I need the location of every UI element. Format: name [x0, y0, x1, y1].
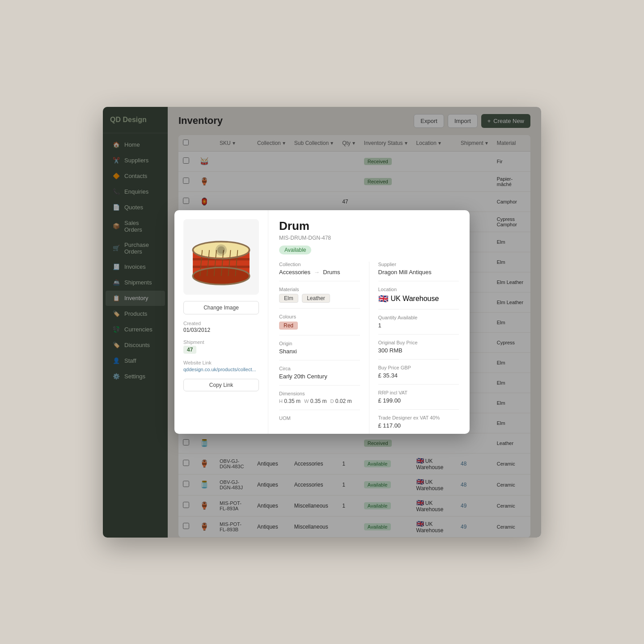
- website-link[interactable]: qddesign.co.uk/products/collect...: [183, 367, 256, 372]
- supplier-value: Dragon Mill Antiques: [378, 269, 459, 275]
- modal-left-panel: Change Image Created 01/03/2012 Shipment…: [174, 210, 268, 434]
- modal-item-title: Drum: [279, 219, 459, 233]
- qty-label: Quantity Available: [378, 315, 459, 320]
- dim-unit-w: m: [322, 398, 326, 404]
- breadcrumb-arrow: →: [314, 269, 320, 275]
- modal-col-right: Supplier Dragon Mill Antiques Location 🇬…: [369, 262, 459, 434]
- qty-value: 1: [378, 322, 459, 329]
- buy-price-gbp-label: Buy Price GBP: [378, 365, 459, 370]
- colour-chip-red: Red: [279, 322, 298, 330]
- svg-point-15: [217, 246, 225, 254]
- uom-section: UOM: [279, 415, 360, 421]
- origin-section: Origin Shanxi: [279, 341, 360, 355]
- item-detail-modal: Change Image Created 01/03/2012 Shipment…: [174, 210, 470, 434]
- colours-value: Red: [279, 321, 360, 330]
- location-value: 🇬🇧 UK Warehouse: [378, 294, 459, 304]
- modal-col-left: Collection Accessories → Drums Materials: [279, 262, 369, 434]
- uk-flag-icon: 🇬🇧: [378, 294, 388, 304]
- rrp-section: RRP incl VAT £ 199.00: [378, 390, 459, 404]
- circa-label: Circa: [279, 366, 360, 371]
- app-window: QD Design 🏠 Home ✂️ Suppliers 🔶 Contacts…: [103, 107, 541, 538]
- rrp-value: £ 199.00: [378, 397, 459, 404]
- collection-section: Collection Accessories → Drums: [279, 262, 360, 275]
- modal-overlay[interactable]: Change Image Created 01/03/2012 Shipment…: [168, 107, 541, 538]
- shipment-label: Shipment: [183, 339, 259, 345]
- buy-price-orig-section: Original Buy Price 300 RMB: [378, 340, 459, 354]
- material-chip-leather: Leather: [302, 294, 330, 303]
- trade-section: Trade Designer ex VAT 40% £ 117.00: [378, 415, 459, 429]
- dim-unit-d: m: [347, 398, 352, 404]
- origin-value: Shanxi: [279, 348, 360, 355]
- website-label: Website Link: [183, 360, 259, 365]
- website-link-info: Website Link qddesign.co.uk/products/col…: [183, 360, 259, 373]
- colours-section: Colours Red: [279, 314, 360, 330]
- created-value: 01/03/2012: [183, 327, 259, 333]
- item-image-box: [183, 219, 259, 295]
- location-section: Location 🇬🇧 UK Warehouse: [378, 287, 459, 304]
- dim-w: 0.35: [310, 398, 321, 404]
- buy-price-orig-label: Original Buy Price: [378, 340, 459, 345]
- modal-right-panel: Drum MIS-DRUM-DGN-478 Available Collecti…: [268, 210, 470, 434]
- trade-label: Trade Designer ex VAT 40%: [378, 415, 459, 420]
- created-label: Created: [183, 321, 259, 326]
- supplier-label: Supplier: [378, 262, 459, 267]
- supplier-section: Supplier Dragon Mill Antiques: [378, 262, 459, 275]
- change-image-button[interactable]: Change Image: [183, 301, 259, 314]
- main-content: Inventory Export Import + Create New SKU…: [168, 107, 541, 538]
- dimensions-value: H 0.35 m W 0.35 m D 0.02 m: [279, 398, 360, 404]
- collection-value: Accessories → Drums: [279, 269, 360, 275]
- dim-d: 0.02: [335, 398, 346, 404]
- trade-value: £ 117.00: [378, 422, 459, 429]
- dimensions-label: Dimensions: [279, 391, 360, 396]
- location-label: Location: [378, 287, 459, 292]
- uom-label: UOM: [279, 415, 360, 421]
- materials-section: Materials Elm Leather: [279, 287, 360, 303]
- dim-h: 0.35: [284, 398, 294, 404]
- origin-label: Origin: [279, 341, 360, 346]
- modal-status-badge: Available: [279, 246, 311, 254]
- collection-label: Collection: [279, 262, 360, 267]
- copy-link-button[interactable]: Copy Link: [183, 379, 259, 391]
- collection-parent: Accessories: [279, 269, 310, 275]
- materials-value: Elm Leather: [279, 294, 360, 303]
- buy-price-gbp-value: £ 35.34: [378, 372, 459, 379]
- dim-unit-h: m: [296, 398, 301, 404]
- circa-section: Circa Early 20th Century: [279, 366, 360, 380]
- material-chip-elm: Elm: [279, 294, 298, 303]
- shipment-badge[interactable]: 47: [183, 346, 196, 354]
- colours-label: Colours: [279, 314, 360, 319]
- shipment-info: Shipment 47: [183, 339, 259, 354]
- qty-section: Quantity Available 1: [378, 315, 459, 329]
- dimensions-section: Dimensions H 0.35 m W 0.35 m D 0.02 m: [279, 391, 360, 404]
- rrp-label: RRP incl VAT: [378, 390, 459, 395]
- drum-image: [183, 224, 259, 290]
- created-info: Created 01/03/2012: [183, 321, 259, 333]
- circa-value: Early 20th Century: [279, 373, 360, 380]
- buy-price-gbp-section: Buy Price GBP £ 35.34: [378, 365, 459, 379]
- location-text: UK Warehouse: [391, 295, 439, 303]
- materials-label: Materials: [279, 287, 360, 292]
- modal-columns: Collection Accessories → Drums Materials: [279, 262, 459, 434]
- collection-child: Drums: [323, 269, 340, 275]
- modal-sku: MIS-DRUM-DGN-478: [279, 235, 459, 241]
- buy-price-orig-value: 300 RMB: [378, 347, 459, 354]
